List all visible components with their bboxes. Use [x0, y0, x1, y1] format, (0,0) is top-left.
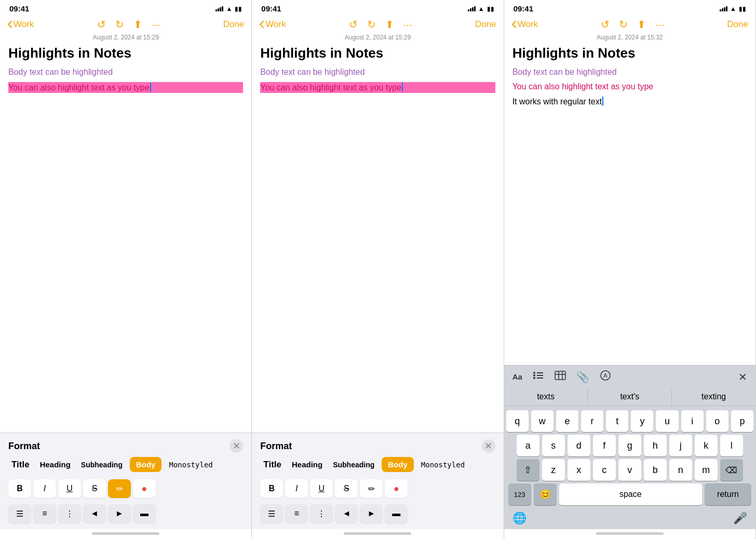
style-subheading-2[interactable]: Subheading: [330, 459, 377, 471]
key-delete[interactable]: ⌫: [720, 459, 743, 481]
key-x[interactable]: x: [568, 459, 590, 481]
rule-1[interactable]: ▬: [133, 504, 156, 523]
key-e[interactable]: e: [556, 410, 578, 432]
key-z[interactable]: z: [542, 459, 565, 481]
key-b[interactable]: b: [644, 459, 667, 481]
back-button-1[interactable]: Work: [7, 19, 34, 30]
style-subheading-1[interactable]: Subheading: [78, 459, 126, 471]
key-n[interactable]: n: [669, 459, 692, 481]
style-monostyled-2[interactable]: Monostyled: [418, 459, 468, 471]
indent-2[interactable]: ►: [360, 504, 383, 523]
color-btn-1[interactable]: ●: [133, 479, 156, 498]
key-space[interactable]: space: [559, 483, 702, 505]
style-body-1[interactable]: Body: [130, 457, 162, 472]
highlight-btn-2[interactable]: ✏: [360, 479, 383, 498]
key-u[interactable]: u: [656, 410, 678, 432]
key-return[interactable]: return: [705, 483, 751, 505]
style-monostyled-1[interactable]: Monostyled: [166, 459, 215, 471]
key-j[interactable]: j: [669, 435, 692, 456]
style-heading-2[interactable]: Heading: [289, 458, 326, 471]
globe-icon[interactable]: 🌐: [512, 511, 526, 525]
color-btn-2[interactable]: ●: [385, 479, 408, 498]
key-y[interactable]: y: [631, 410, 653, 432]
list-numbered-2[interactable]: ⋮: [310, 504, 333, 523]
done-button-1[interactable]: Done: [223, 19, 245, 30]
style-body-2[interactable]: Body: [382, 457, 414, 472]
done-button-2[interactable]: Done: [475, 19, 496, 30]
redo-icon-3[interactable]: ↻: [619, 18, 628, 31]
rule-2[interactable]: ▬: [385, 504, 408, 523]
italic-btn-1[interactable]: I: [33, 479, 56, 498]
autocomplete-texting[interactable]: texting: [672, 388, 755, 406]
key-123[interactable]: 123: [508, 483, 531, 505]
key-shift[interactable]: ⇧: [517, 459, 539, 481]
format-list-row-1: ☰ ≡ ⋮ ◄ ► ▬: [0, 502, 251, 529]
share-icon-2[interactable]: ⬆: [385, 18, 394, 31]
key-h[interactable]: h: [644, 435, 667, 456]
key-l[interactable]: l: [720, 435, 743, 456]
list-bullet-1[interactable]: ☰: [8, 504, 31, 523]
underline-btn-2[interactable]: U: [310, 479, 333, 498]
autocomplete-texts[interactable]: texts: [504, 388, 588, 406]
key-p[interactable]: p: [731, 410, 753, 432]
underline-btn-1[interactable]: U: [58, 479, 81, 498]
key-m[interactable]: m: [695, 459, 718, 481]
key-a[interactable]: a: [517, 435, 539, 456]
mic-icon[interactable]: 🎤: [733, 511, 747, 525]
key-d[interactable]: d: [568, 435, 590, 456]
strikethrough-btn-2[interactable]: S: [335, 479, 358, 498]
more-icon-3[interactable]: ···: [655, 19, 664, 31]
key-w[interactable]: w: [531, 410, 554, 432]
key-r[interactable]: r: [581, 410, 603, 432]
kb-tool-pen[interactable]: A: [600, 370, 611, 384]
key-v[interactable]: v: [618, 459, 641, 481]
kb-tool-list[interactable]: [533, 371, 544, 383]
indent-1[interactable]: ►: [108, 504, 131, 523]
key-f[interactable]: f: [593, 435, 616, 456]
align-left-1[interactable]: ◄: [83, 504, 106, 523]
back-button-3[interactable]: Work: [511, 19, 538, 30]
style-title-2[interactable]: Title: [260, 457, 285, 472]
highlight-btn-1[interactable]: ✏: [108, 479, 131, 498]
italic-btn-2[interactable]: I: [285, 479, 308, 498]
list-dash-1[interactable]: ≡: [33, 504, 56, 523]
bold-btn-2[interactable]: B: [260, 479, 283, 498]
key-k[interactable]: k: [695, 435, 718, 456]
redo-icon-2[interactable]: ↻: [367, 18, 376, 31]
key-row-4: 123 😊 space return: [506, 483, 753, 507]
kb-tool-attach[interactable]: 📎: [576, 371, 589, 383]
more-icon-2[interactable]: ···: [403, 19, 412, 31]
more-icon-1[interactable]: ···: [152, 19, 160, 31]
key-g[interactable]: g: [618, 435, 641, 456]
undo-icon-2[interactable]: ↺: [349, 18, 358, 31]
key-o[interactable]: o: [706, 410, 728, 432]
list-numbered-1[interactable]: ⋮: [58, 504, 81, 523]
redo-icon-1[interactable]: ↻: [115, 18, 124, 31]
autocomplete-texts2[interactable]: text's: [588, 388, 672, 406]
list-bullet-2[interactable]: ☰: [260, 504, 283, 523]
format-close-1[interactable]: ✕: [230, 439, 243, 453]
style-heading-1[interactable]: Heading: [37, 458, 74, 471]
kb-tool-aa[interactable]: Aa: [512, 372, 522, 381]
key-c[interactable]: c: [593, 459, 616, 481]
format-close-2[interactable]: ✕: [482, 439, 495, 453]
bold-btn-1[interactable]: B: [8, 479, 31, 498]
key-emoji[interactable]: 😊: [534, 483, 557, 505]
list-dash-2[interactable]: ≡: [285, 504, 308, 523]
undo-icon-3[interactable]: ↺: [601, 18, 610, 31]
back-button-2[interactable]: Work: [259, 19, 286, 30]
undo-icon-1[interactable]: ↺: [97, 18, 106, 31]
kb-tool-table[interactable]: [555, 371, 566, 383]
done-button-3[interactable]: Done: [727, 19, 748, 30]
style-title-1[interactable]: Title: [8, 457, 33, 472]
key-i[interactable]: i: [681, 410, 704, 432]
share-icon-3[interactable]: ⬆: [637, 18, 646, 31]
align-left-2[interactable]: ◄: [335, 504, 358, 523]
key-t[interactable]: t: [606, 410, 628, 432]
kb-tool-close[interactable]: ✕: [738, 371, 747, 383]
share-icon-1[interactable]: ⬆: [133, 18, 142, 31]
strikethrough-btn-1[interactable]: S: [83, 479, 106, 498]
key-s[interactable]: s: [542, 435, 565, 456]
toolbar-icons-3: ↺ ↻ ⬆ ···: [601, 18, 664, 31]
key-q[interactable]: q: [506, 410, 529, 432]
